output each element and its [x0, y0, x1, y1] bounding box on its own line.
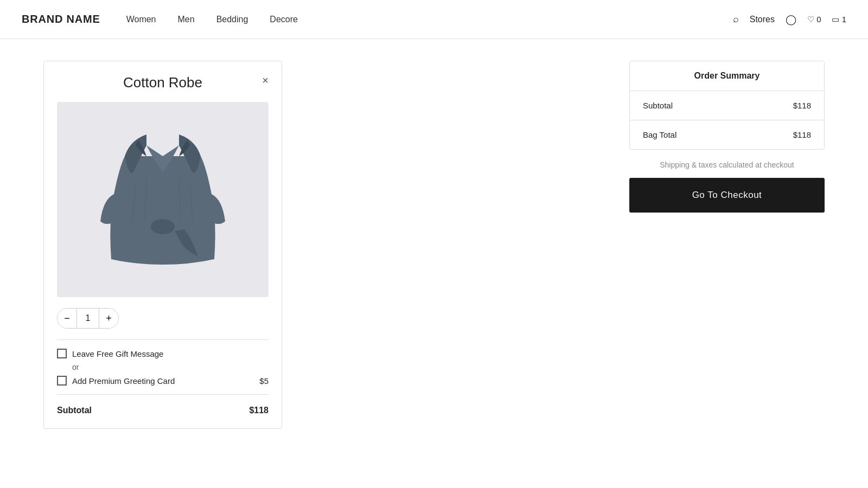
brand-logo[interactable]: BRAND NAME	[22, 13, 100, 25]
page-content: Cotton Robe ×	[0, 39, 868, 451]
product-image-wrapper	[57, 102, 269, 297]
product-image	[92, 113, 233, 286]
nav-bedding[interactable]: Bedding	[216, 15, 248, 24]
card-subtotal-row: Subtotal $118	[57, 403, 269, 415]
quantity-value: 1	[77, 313, 99, 323]
gift-message-checkbox[interactable]	[57, 349, 67, 358]
stores-link[interactable]: Stores	[750, 15, 775, 24]
gift-message-row: Leave Free Gift Message	[57, 349, 269, 358]
quantity-row: − 1 +	[57, 308, 269, 329]
product-title: Cotton Robe	[123, 74, 202, 91]
product-card: Cotton Robe ×	[43, 61, 282, 429]
nav-links: Women Men Bedding Decore	[126, 15, 298, 24]
nav-men[interactable]: Men	[178, 15, 195, 24]
quantity-increase-button[interactable]: +	[99, 309, 118, 328]
greeting-card-left: Add Premium Greeting Card	[57, 376, 175, 386]
gift-message-label: Leave Free Gift Message	[72, 349, 163, 358]
nav-decore[interactable]: Decore	[270, 15, 298, 24]
divider-1	[57, 339, 269, 340]
close-button[interactable]: ×	[262, 74, 269, 87]
wishlist-badge[interactable]: ♡ 0	[807, 15, 821, 24]
card-subtotal-label: Subtotal	[57, 406, 92, 415]
order-bag-total-row: Bag Total $118	[630, 120, 824, 149]
nav-women[interactable]: Women	[126, 15, 156, 24]
divider-2	[57, 394, 269, 395]
gift-options: Leave Free Gift Message or Add Premium G…	[57, 349, 269, 386]
card-subtotal-value: $118	[249, 406, 269, 415]
nav-left: BRAND NAME Women Men Bedding Decore	[22, 13, 298, 25]
quantity-decrease-button[interactable]: −	[58, 309, 77, 328]
order-subtotal-value: $118	[793, 101, 811, 110]
nav-right: ⌕ Stores ◯ ♡ 0 ▭ 1	[733, 14, 846, 25]
account-icon[interactable]: ◯	[786, 14, 796, 25]
greeting-card-price: $5	[259, 376, 269, 386]
cart-badge[interactable]: ▭ 1	[832, 15, 846, 24]
quantity-control: − 1 +	[57, 308, 119, 329]
search-icon[interactable]: ⌕	[733, 14, 739, 25]
order-section: Order Summary Subtotal $118 Bag Total $1…	[629, 61, 825, 213]
order-bag-total-value: $118	[793, 130, 811, 139]
shipping-note: Shipping & taxes calculated at checkout	[629, 160, 825, 169]
order-summary: Order Summary Subtotal $118 Bag Total $1…	[629, 61, 825, 150]
greeting-card-checkbox[interactable]	[57, 376, 67, 386]
order-subtotal-label: Subtotal	[643, 101, 673, 110]
svg-point-0	[151, 219, 175, 234]
order-bag-total-label: Bag Total	[643, 130, 676, 139]
order-summary-title: Order Summary	[630, 61, 824, 91]
navbar: BRAND NAME Women Men Bedding Decore ⌕ St…	[0, 0, 868, 39]
order-subtotal-row: Subtotal $118	[630, 91, 824, 120]
greeting-card-row: Add Premium Greeting Card $5	[57, 376, 269, 386]
greeting-card-label: Add Premium Greeting Card	[72, 376, 175, 386]
checkout-button[interactable]: Go To Checkout	[629, 178, 825, 213]
card-header: Cotton Robe ×	[57, 74, 269, 91]
or-text: or	[72, 363, 269, 371]
